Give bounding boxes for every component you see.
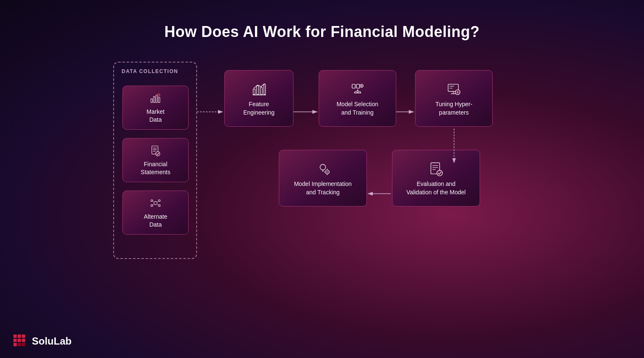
bulb-gear-icon [315, 161, 331, 177]
svg-rect-67 [22, 339, 25, 342]
svg-rect-68 [13, 343, 17, 346]
svg-line-20 [157, 201, 158, 202]
svg-point-16 [158, 200, 160, 201]
evaluation-validation-label: Evaluation andValidation of the Model [406, 180, 465, 196]
feature-engineering-card: FeatureEngineering [224, 70, 293, 127]
bar-chart-icon [251, 81, 267, 97]
hand-cursor-icon [350, 81, 366, 97]
svg-rect-1 [153, 97, 155, 102]
model-implementation-label: Model Implementationand Tracking [294, 180, 352, 196]
svg-line-21 [153, 204, 154, 205]
alternate-data-label: AlternateData [144, 213, 167, 229]
svg-rect-62 [13, 334, 17, 338]
svg-rect-2 [156, 95, 158, 102]
svg-rect-69 [18, 343, 21, 346]
model-selection-label: Model Selectionand Training [337, 100, 379, 117]
svg-rect-25 [260, 87, 262, 94]
evaluation-validation-card: Evaluation andValidation of the Model [392, 150, 480, 206]
model-implementation-card: Model Implementationand Tracking [279, 150, 367, 206]
chart-icon [148, 92, 164, 105]
svg-rect-26 [264, 84, 265, 95]
data-collection-container: DATA COLLECTION MarketData [113, 62, 197, 259]
svg-rect-63 [18, 334, 21, 338]
diagram-area: DATA COLLECTION MarketData [0, 49, 644, 353]
document-check2-icon [428, 161, 444, 177]
svg-rect-70 [22, 343, 25, 346]
tuning-hyperparameters-label: Tuning Hyper-parameters [435, 100, 472, 117]
svg-rect-64 [22, 334, 25, 338]
data-collection-label: DATA COLLECTION [122, 68, 178, 74]
financial-statements-card: FinancialStatements [122, 138, 189, 182]
svg-point-41 [320, 164, 325, 170]
market-data-label: MarketData [147, 108, 165, 124]
logo-text: SoluLab [32, 335, 72, 347]
svg-rect-28 [352, 84, 355, 89]
svg-line-22 [157, 204, 158, 205]
alternate-data-card: AlternateData [122, 191, 189, 235]
document-check-icon [148, 144, 164, 157]
monitor-settings-icon [446, 81, 462, 97]
svg-point-13 [156, 152, 160, 156]
logo-area: SoluLab [13, 334, 72, 349]
market-data-card: MarketData [122, 86, 189, 130]
svg-line-19 [153, 201, 154, 202]
gear-network-icon [148, 197, 164, 209]
svg-rect-29 [356, 84, 360, 89]
svg-rect-0 [151, 99, 153, 102]
svg-rect-23 [253, 89, 255, 94]
svg-rect-24 [257, 86, 259, 94]
svg-rect-3 [158, 97, 160, 102]
model-selection-card: Model Selectionand Training [319, 70, 396, 127]
solulab-logo-icon [13, 334, 28, 349]
svg-point-17 [151, 205, 153, 206]
svg-point-14 [154, 201, 157, 204]
svg-point-44 [325, 170, 330, 174]
svg-rect-66 [18, 339, 21, 342]
svg-point-15 [151, 200, 153, 201]
svg-rect-65 [13, 339, 17, 342]
page-title: How Does AI Work for Financial Modeling? [0, 0, 644, 41]
svg-point-45 [327, 171, 328, 173]
svg-point-18 [158, 205, 160, 206]
financial-statements-label: FinancialStatements [141, 160, 171, 177]
feature-engineering-label: FeatureEngineering [243, 100, 275, 117]
tuning-hyperparameters-card: Tuning Hyper-parameters [415, 70, 493, 127]
svg-point-54 [437, 170, 442, 176]
